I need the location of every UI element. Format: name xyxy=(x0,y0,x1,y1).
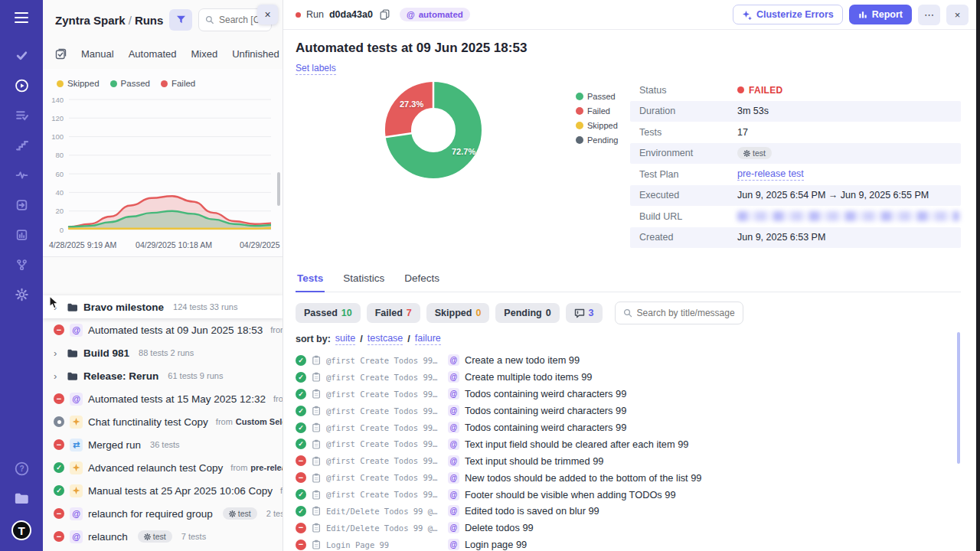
run-list-item[interactable]: relaunch test 7 tests xyxy=(43,525,283,548)
run-details-table: Status FAILED Duration xyxy=(630,80,961,248)
run-list-item[interactable]: relaunch for required group test 2 tests xyxy=(43,502,283,525)
test-row[interactable]: @first Create Todos 99… Text input shoul… xyxy=(296,452,961,469)
comments-filter-chip[interactable]: 3 xyxy=(566,303,603,323)
run-list-item[interactable]: Chat functinality test Copy fromCustom S… xyxy=(43,410,283,433)
chevron-right-icon[interactable]: › xyxy=(54,347,61,359)
window-scrollbar[interactable] xyxy=(976,0,980,551)
build-url-blurred[interactable] xyxy=(737,211,959,221)
app-window: ? T Zyntra Spark/Runs × ManualAutomatedM… xyxy=(0,0,980,551)
bar-chart-icon[interactable] xyxy=(15,228,28,241)
runs-type-tab[interactable]: Mixed xyxy=(191,48,218,60)
test-row[interactable]: @first Create Todos 99… Todos containing… xyxy=(296,403,961,419)
filter-chip[interactable]: Passed10 xyxy=(296,303,361,323)
donut-legend-item[interactable]: Passed xyxy=(576,92,618,101)
select-all-icon[interactable] xyxy=(55,48,67,60)
test-row[interactable]: @first Create Todos 99… Create multiple … xyxy=(296,369,961,386)
panel-title: Zyntra Spark/Runs xyxy=(55,14,163,27)
donut-legend-item[interactable]: Skipped xyxy=(576,121,618,130)
run-tab[interactable]: Tests xyxy=(296,268,325,292)
set-labels-link[interactable]: Set labels xyxy=(296,63,336,75)
chevron-right-icon[interactable]: › xyxy=(54,370,61,382)
test-row[interactable]: @first Create Todos 99… New todos should… xyxy=(296,469,961,486)
menu-icon[interactable] xyxy=(15,12,28,23)
run-list-item[interactable]: Automated tests at 09 Jun 2025 18:53 fro… xyxy=(43,318,283,341)
list-check-icon[interactable] xyxy=(15,109,28,122)
clusterize-errors-button[interactable]: Clusterize Errors xyxy=(733,5,843,24)
chart-legend-item[interactable]: Failed xyxy=(161,79,195,88)
run-status-icon xyxy=(54,439,64,450)
chart-legend-item[interactable]: Passed xyxy=(110,79,150,88)
test-list-scrollbar-thumb[interactable] xyxy=(957,332,960,464)
test-status-icon xyxy=(296,506,306,517)
tests-search[interactable] xyxy=(615,302,743,324)
steps-icon[interactable] xyxy=(15,139,28,152)
more-button[interactable]: ⋯ xyxy=(918,5,940,25)
report-chart-icon xyxy=(858,10,867,19)
run-status-icon xyxy=(54,485,64,496)
legend-dot-icon xyxy=(57,80,64,87)
donut-legend-item[interactable]: Failed xyxy=(576,106,618,116)
runs-type-tab[interactable]: Automated xyxy=(129,48,177,60)
play-circle-icon[interactable] xyxy=(15,79,28,92)
filter-chip[interactable]: Skipped0 xyxy=(426,303,490,323)
search-icon xyxy=(623,308,632,318)
app-logo[interactable]: T xyxy=(11,520,31,540)
sort-by-suite[interactable]: suite xyxy=(335,333,355,345)
run-list-item[interactable]: Manual tests at 25 Apr 2025 10:06 Copy f… xyxy=(43,479,283,502)
gear-icon[interactable] xyxy=(15,288,28,301)
run-list-item[interactable]: › Release: Rerun 61 tests 9 runs xyxy=(43,364,283,387)
clipboard-icon xyxy=(312,473,321,483)
folder-icon[interactable] xyxy=(14,491,29,505)
test-row[interactable]: @first Create Todos 99… Text input field… xyxy=(296,435,961,452)
tests-search-input[interactable] xyxy=(637,308,735,318)
run-tabs: TestsStatisticsDefects xyxy=(296,268,961,292)
help-icon[interactable]: ? xyxy=(15,461,29,476)
chart-legend-item[interactable]: Skipped xyxy=(57,79,100,88)
runs-type-tab[interactable]: Unfinished xyxy=(232,48,279,60)
check-icon[interactable] xyxy=(15,49,28,62)
test-row[interactable]: @first Create Todos 99… Todos containing… xyxy=(296,386,961,403)
clipboard-icon xyxy=(312,389,321,399)
report-button[interactable]: Report xyxy=(849,5,912,24)
test-status-icon xyxy=(296,355,306,366)
automated-test-icon xyxy=(448,371,459,383)
test-row[interactable]: @first Create Todos 99… Footer should be… xyxy=(296,486,961,503)
sort-by-testcase[interactable]: testcase xyxy=(368,333,403,345)
sort-by-failure[interactable]: failure xyxy=(415,333,441,345)
test-row[interactable]: Edit/Delete Todos 99 @… Edited todo is s… xyxy=(296,503,961,520)
test-row[interactable]: @first Create Todos 99… Todos containing… xyxy=(296,419,961,436)
run-list-item[interactable]: › Bravo milestone 124 tests 33 runs xyxy=(43,295,283,318)
filter-chip[interactable]: Pending0 xyxy=(495,303,559,323)
panel-scrollbar-thumb[interactable] xyxy=(277,172,280,206)
pulse-icon[interactable] xyxy=(15,168,28,181)
branch-icon[interactable] xyxy=(15,258,28,271)
run-tab[interactable]: Defects xyxy=(403,268,441,292)
filter-button[interactable] xyxy=(169,9,192,31)
copy-icon[interactable] xyxy=(380,9,390,20)
close-run-button[interactable]: × xyxy=(946,5,969,25)
filter-chip[interactable]: Failed7 xyxy=(367,303,420,323)
run-list-item[interactable]: Advanced relaunch test Copy frompre-rele… xyxy=(43,456,283,479)
run-list-item[interactable]: › Build 981 88 tests 2 runs xyxy=(43,341,283,364)
panel-close-button[interactable]: × xyxy=(257,5,278,24)
run-source[interactable]: Custom Selection xyxy=(236,417,283,426)
legend-dot-icon xyxy=(576,93,583,100)
test-title: Todos containing weird characters 99 xyxy=(465,422,626,433)
run-list-item[interactable]: Automated tests at 15 May 2025 12:32 fro… xyxy=(43,387,283,410)
test-plan-link[interactable]: pre-release test xyxy=(737,168,804,181)
sparkle-icon xyxy=(742,10,752,20)
donut-legend-item[interactable]: Pending xyxy=(576,135,618,145)
test-row[interactable]: Login Page 99 Login page 99 xyxy=(296,536,961,551)
import-icon[interactable] xyxy=(15,198,28,211)
test-row[interactable]: @first Create Todos 99… Create a new tod… xyxy=(296,352,961,369)
chevron-right-icon[interactable]: › xyxy=(54,302,61,313)
test-suite: @first Create Todos 99… xyxy=(326,356,443,365)
run-title-heading: Automated tests at 09 Jun 2025 18:53 xyxy=(296,41,961,56)
runs-type-tab[interactable]: Manual xyxy=(81,48,114,60)
run-tab[interactable]: Statistics xyxy=(341,268,386,292)
test-title: Login page 99 xyxy=(465,539,527,550)
automated-test-icon xyxy=(448,505,459,517)
test-row[interactable]: Edit/Delete Todos 99 @… Delete todos 99 xyxy=(296,520,961,536)
run-source[interactable]: pre-release test xyxy=(250,463,283,472)
run-list-item[interactable]: Merged run 36 tests xyxy=(43,433,283,456)
